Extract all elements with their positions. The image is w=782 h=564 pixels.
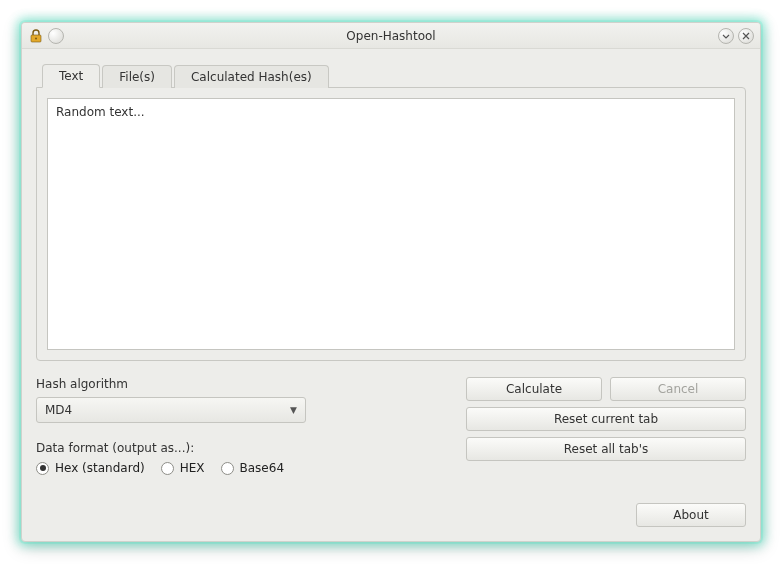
about-button[interactable]: About: [636, 503, 746, 527]
radio-label: Hex (standard): [55, 461, 145, 475]
hash-algorithm-value: MD4: [45, 403, 72, 417]
radio-hex-standard[interactable]: Hex (standard): [36, 461, 145, 475]
cancel-button[interactable]: Cancel: [610, 377, 746, 401]
footer: About: [36, 475, 746, 527]
content-area: Text File(s) Calculated Hash(es) Hash al…: [22, 49, 760, 541]
tab-container: Text File(s) Calculated Hash(es): [36, 61, 746, 361]
radio-label: HEX: [180, 461, 205, 475]
app-window: Open-Hashtool Text File(s) Calculated Ha…: [21, 22, 761, 542]
data-format-options: Hex (standard) HEX Base64: [36, 461, 448, 475]
calculate-button[interactable]: Calculate: [466, 377, 602, 401]
tab-text[interactable]: Text: [42, 64, 100, 88]
radio-hex-upper[interactable]: HEX: [161, 461, 205, 475]
radio-base64[interactable]: Base64: [221, 461, 285, 475]
tab-calculated[interactable]: Calculated Hash(es): [174, 65, 329, 88]
data-format-label: Data format (output as...):: [36, 441, 448, 455]
radio-icon: [36, 462, 49, 475]
radio-icon: [161, 462, 174, 475]
radio-icon: [221, 462, 234, 475]
left-column: Hash algorithm MD4 ▼ Data format (output…: [36, 377, 448, 475]
window-title: Open-Hashtool: [22, 29, 760, 43]
tab-files[interactable]: File(s): [102, 65, 172, 88]
reset-all-button[interactable]: Reset all tab's: [466, 437, 746, 461]
hash-algorithm-label: Hash algorithm: [36, 377, 448, 391]
right-column: Calculate Cancel Reset current tab Reset…: [466, 377, 746, 475]
text-input[interactable]: [47, 98, 735, 350]
svg-point-1: [35, 37, 37, 39]
window-menu-button[interactable]: [48, 28, 64, 44]
tab-body: [36, 87, 746, 361]
lock-icon: [28, 28, 44, 44]
minimize-button[interactable]: [718, 28, 734, 44]
hash-algorithm-select[interactable]: MD4 ▼: [36, 397, 306, 423]
close-button[interactable]: [738, 28, 754, 44]
chevron-down-icon: ▼: [290, 405, 297, 415]
radio-label: Base64: [240, 461, 285, 475]
titlebar: Open-Hashtool: [22, 23, 760, 49]
lower-panel: Hash algorithm MD4 ▼ Data format (output…: [36, 377, 746, 475]
reset-current-button[interactable]: Reset current tab: [466, 407, 746, 431]
tab-row: Text File(s) Calculated Hash(es): [36, 61, 746, 87]
